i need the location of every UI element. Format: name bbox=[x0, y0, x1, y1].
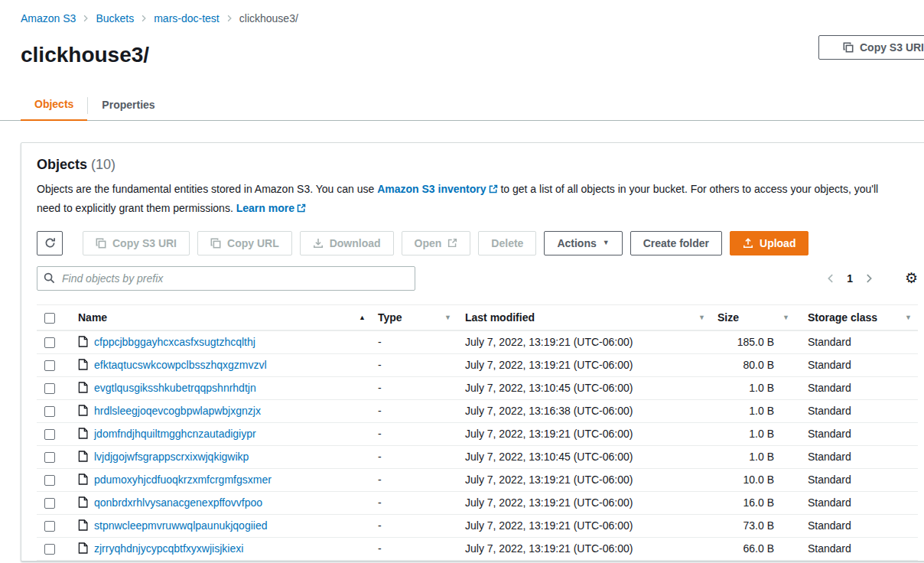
search-input[interactable] bbox=[37, 266, 415, 291]
actions-dropdown-button[interactable]: Actions ▼ bbox=[544, 231, 622, 255]
search-box bbox=[37, 266, 415, 291]
objects-panel: Objects (10) Objects are the fundamental… bbox=[21, 142, 924, 561]
tab-objects[interactable]: Objects bbox=[21, 98, 87, 121]
row-checkbox[interactable] bbox=[44, 337, 55, 348]
object-size: 1.0 B bbox=[711, 422, 795, 445]
sort-icon[interactable]: ▼ bbox=[782, 314, 789, 321]
object-type: - bbox=[372, 491, 457, 514]
object-type: - bbox=[372, 399, 457, 422]
object-storage-class: Standard bbox=[795, 514, 918, 537]
table-row: lvjdjgojwfsgrappscrxixwjqkigwikp-July 7,… bbox=[37, 445, 918, 468]
object-storage-class: Standard bbox=[795, 399, 918, 422]
delete-button[interactable]: Delete bbox=[478, 231, 536, 255]
object-last-modified: July 7, 2022, 13:19:21 (UTC-06:00) bbox=[457, 514, 711, 537]
sort-ascending-icon[interactable]: ▲ bbox=[359, 314, 366, 321]
row-checkbox[interactable] bbox=[44, 544, 55, 555]
object-size: 1.0 B bbox=[711, 376, 795, 399]
object-size: 66.0 B bbox=[711, 537, 795, 560]
settings-gear-icon[interactable]: ⚙ bbox=[905, 271, 918, 285]
chevron-right-icon bbox=[140, 15, 148, 22]
object-storage-class: Standard bbox=[795, 491, 918, 514]
copy-icon bbox=[843, 42, 854, 53]
s3-inventory-link[interactable]: Amazon S3 inventory bbox=[377, 183, 497, 195]
row-checkbox[interactable] bbox=[44, 406, 55, 417]
object-type: - bbox=[372, 330, 457, 353]
row-checkbox[interactable] bbox=[44, 475, 55, 486]
breadcrumb-amazon-s3[interactable]: Amazon S3 bbox=[21, 12, 76, 24]
caret-down-icon: ▼ bbox=[603, 239, 610, 246]
object-size: 80.0 B bbox=[711, 353, 795, 376]
object-name-link[interactable]: cfppcjbbggayhcxcasfxsugtzhcqlthj bbox=[94, 336, 255, 348]
object-name-link[interactable]: stpnwcleepmvruwwqlpaunukjqogiied bbox=[94, 519, 267, 532]
external-link-icon bbox=[297, 203, 306, 215]
download-button[interactable]: Download bbox=[300, 231, 394, 255]
objects-heading: Objects (10) bbox=[37, 157, 918, 173]
page-number[interactable]: 1 bbox=[847, 272, 853, 285]
search-row: 1 ⚙ bbox=[37, 266, 918, 291]
table-row: zjrryqhdnjycypcqbtfxyxwjisjkiexi-July 7,… bbox=[37, 537, 918, 560]
column-header-name[interactable]: Name bbox=[78, 311, 107, 324]
tab-bar: Objects Properties bbox=[0, 90, 924, 121]
create-folder-button[interactable]: Create folder bbox=[630, 231, 722, 255]
table-row: cfppcjbbggayhcxcasfxsugtzhcqlthj-July 7,… bbox=[37, 330, 918, 353]
s3-console-page: Amazon S3 Buckets mars-doc-test clickhou… bbox=[0, 0, 924, 563]
row-checkbox[interactable] bbox=[44, 383, 55, 394]
object-name-link[interactable]: evgtlqusgiksshkubetrqqpshnrhdtjn bbox=[94, 382, 256, 394]
object-name-link[interactable]: lvjdjgojwfsgrappscrxixwjqkigwikp bbox=[94, 451, 249, 463]
column-header-size[interactable]: Size bbox=[717, 311, 739, 324]
row-checkbox[interactable] bbox=[44, 521, 55, 532]
object-size: 1.0 B bbox=[711, 445, 795, 468]
upload-button[interactable]: Upload bbox=[730, 231, 808, 255]
row-checkbox[interactable] bbox=[44, 429, 55, 440]
tab-properties[interactable]: Properties bbox=[88, 99, 168, 120]
objects-description: Objects are the fundamental entities sto… bbox=[37, 181, 905, 219]
learn-more-link[interactable]: Learn more bbox=[236, 202, 306, 214]
file-icon bbox=[78, 336, 88, 347]
open-button[interactable]: Open bbox=[402, 231, 471, 255]
column-header-type[interactable]: Type bbox=[378, 311, 402, 324]
column-header-storage-class[interactable]: Storage class bbox=[808, 311, 877, 324]
breadcrumb-buckets[interactable]: Buckets bbox=[96, 12, 134, 24]
file-icon bbox=[78, 474, 88, 485]
object-storage-class: Standard bbox=[795, 445, 918, 468]
object-storage-class: Standard bbox=[795, 376, 918, 399]
object-name-link[interactable]: hrdlsleegjoqevcogbpwlapwbjxgnzjx bbox=[94, 405, 261, 417]
object-name-link[interactable]: efktaqtucswkcowpclbsszhqxgzmvzvl bbox=[94, 359, 267, 371]
object-size: 10.0 B bbox=[711, 468, 795, 491]
object-storage-class: Standard bbox=[795, 330, 918, 353]
object-name-link[interactable]: pdumoxyhjcdfuoqkrzxmfcrgmfgsxmer bbox=[94, 474, 272, 486]
object-last-modified: July 7, 2022, 13:10:45 (UTC-06:00) bbox=[457, 445, 711, 468]
object-size: 73.0 B bbox=[711, 514, 795, 537]
object-name-link[interactable]: zjrryqhdnjycypcqbtfxyxwjisjkiexi bbox=[94, 542, 243, 555]
file-icon bbox=[78, 428, 88, 439]
row-checkbox[interactable] bbox=[44, 360, 55, 371]
copy-s3-uri-button[interactable]: Copy S3 URI bbox=[83, 231, 190, 255]
row-checkbox[interactable] bbox=[44, 452, 55, 463]
next-page-button[interactable] bbox=[864, 273, 874, 284]
row-checkbox[interactable] bbox=[44, 498, 55, 509]
object-name-link[interactable]: qonbrdxrhlvysanacgenexpffovvfpoo bbox=[94, 496, 262, 509]
breadcrumb-bucket-name[interactable]: mars-doc-test bbox=[154, 12, 220, 24]
copy-url-button[interactable]: Copy URL bbox=[197, 231, 292, 255]
objects-table-body: cfppcjbbggayhcxcasfxsugtzhcqlthj-July 7,… bbox=[37, 330, 918, 560]
table-row: evgtlqusgiksshkubetrqqpshnrhdtjn-July 7,… bbox=[37, 376, 918, 399]
download-icon bbox=[313, 238, 324, 249]
select-all-checkbox[interactable] bbox=[44, 313, 55, 324]
breadcrumb: Amazon S3 Buckets mars-doc-test clickhou… bbox=[0, 0, 924, 24]
sort-icon[interactable]: ▼ bbox=[444, 314, 451, 321]
table-row: stpnwcleepmvruwwqlpaunukjqogiied-July 7,… bbox=[37, 514, 918, 537]
object-type: - bbox=[372, 468, 457, 491]
copy-s3-uri-header-button[interactable]: Copy S3 URI bbox=[818, 35, 924, 60]
object-type: - bbox=[372, 376, 457, 399]
objects-toolbar: Copy S3 URI Copy URL Download Open bbox=[37, 231, 918, 255]
previous-page-button[interactable] bbox=[825, 273, 836, 284]
refresh-button[interactable] bbox=[37, 231, 63, 255]
object-name-link[interactable]: jdomfndjhquiltmgghcnzautadigiypr bbox=[94, 428, 256, 440]
sort-icon[interactable]: ▼ bbox=[905, 314, 912, 321]
column-header-last-modified[interactable]: Last modified bbox=[465, 311, 535, 324]
file-icon bbox=[78, 405, 88, 416]
copy-icon bbox=[210, 238, 221, 249]
object-last-modified: July 7, 2022, 13:10:45 (UTC-06:00) bbox=[457, 376, 711, 399]
copy-icon bbox=[96, 238, 106, 249]
sort-icon[interactable]: ▼ bbox=[698, 314, 705, 321]
